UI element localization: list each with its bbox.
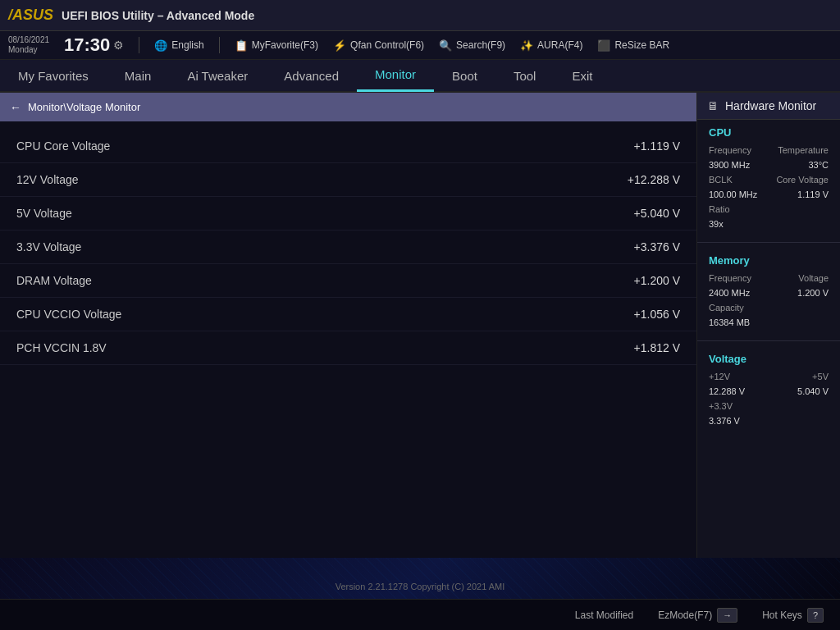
nav-monitor[interactable]: Monitor [357, 59, 434, 92]
mem-capacity-value-row: 16384 MB [709, 317, 829, 327]
mem-capacity-row: Capacity [709, 303, 829, 313]
voltage-row-vccio[interactable]: CPU VCCIO Voltage +1.056 V [0, 298, 696, 331]
cpu-ratio-label: Ratio [709, 204, 730, 214]
cpu-bclk-label: BCLK [709, 175, 733, 185]
5v-voltage-value: +5.040 V [634, 207, 680, 220]
memory-divider [697, 340, 840, 341]
cpu-bclk-value: 100.00 MHz [709, 189, 757, 199]
nav-advanced[interactable]: Advanced [266, 59, 357, 92]
volt-33v-label: +3.3V [709, 401, 733, 411]
cpu-ratio-value-row: 39x [709, 219, 829, 229]
language-selector[interactable]: 🌐 English [154, 39, 203, 52]
nav-main[interactable]: Main [107, 59, 170, 92]
bottom-bar: Last Modified EzMode(F7) → Hot Keys ? [0, 599, 840, 630]
pch-vccin-value: +1.812 V [634, 341, 680, 354]
mem-freq-row: Frequency Voltage [709, 273, 829, 283]
12v-voltage-label: 12V Voltage [16, 173, 79, 186]
volt-5v-value: 5.040 V [797, 386, 829, 396]
separator [139, 37, 139, 53]
volt-12v-label: +12V [709, 372, 730, 381]
volt-33v-value: 3.376 V [709, 416, 740, 426]
favorite-icon: 📋 [235, 39, 248, 52]
datetime: 08/16/2021 Monday [8, 35, 49, 55]
search-icon: 🔍 [439, 39, 452, 52]
cpu-temperature-label: Temperature [778, 145, 829, 155]
cpu-section-title: CPU [709, 126, 829, 139]
top-bar: /ASUS UEFI BIOS Utility – Advanced Mode [0, 0, 840, 31]
second-bar: 08/16/2021 Monday 17:30 ⚙ 🌐 English 📋 My… [0, 31, 840, 60]
memory-section-title: Memory [709, 254, 829, 267]
cpu-frequency-label: Frequency [709, 145, 751, 155]
cpu-core-voltage-value: +1.119 V [634, 139, 680, 153]
ezmode-arrow: → [717, 608, 737, 623]
qfan-label: Qfan Control(F6) [350, 39, 424, 51]
separator2 [219, 37, 220, 53]
33v-voltage-label: 3.3V Voltage [16, 240, 81, 253]
my-favorite-btn[interactable]: 📋 MyFavorite(F3) [235, 39, 318, 52]
nav-bar: My Favorites Main Ai Tweaker Advanced Mo… [0, 60, 840, 93]
cpu-vccio-label: CPU VCCIO Voltage [16, 308, 121, 321]
voltage-row-cpu-core[interactable]: CPU Core Voltage +1.119 V [0, 130, 696, 163]
sidebar-header: 🖥 Hardware Monitor [697, 93, 840, 120]
gear-icon[interactable]: ⚙ [113, 39, 124, 52]
breadcrumb-path: Monitor\Voltage Monitor [28, 101, 140, 113]
cpu-core-voltage-label: CPU Core Voltage [16, 139, 110, 153]
5v-voltage-label: 5V Voltage [16, 207, 72, 220]
language-label: English [171, 39, 203, 51]
memory-section: Memory Frequency Voltage 2400 MHz 1.200 … [697, 248, 840, 336]
cpu-ratio-value: 39x [709, 219, 724, 229]
qfan-btn[interactable]: ⚡ Qfan Control(F6) [333, 39, 424, 52]
cpu-section: CPU Frequency Temperature 3900 MHz 33°C … [697, 120, 840, 237]
monitor-icon: 🖥 [707, 99, 719, 112]
question-mark: ? [807, 608, 824, 623]
nav-my-favorites[interactable]: My Favorites [0, 59, 107, 92]
volt-5v-label: +5V [812, 372, 829, 381]
search-label: Search(F9) [456, 39, 505, 51]
hardware-monitor-sidebar: 🖥 Hardware Monitor CPU Frequency Tempera… [696, 93, 840, 599]
last-modified-item[interactable]: Last Modified [575, 609, 633, 621]
voltage-section: Voltage +12V +5V 12.288 V 5.040 V +3.3V … [697, 346, 840, 434]
sidebar-title: Hardware Monitor [725, 99, 816, 112]
33v-voltage-value: +3.376 V [634, 240, 680, 253]
voltage-list: CPU Core Voltage +1.119 V 12V Voltage +1… [0, 121, 696, 566]
date: 08/16/2021 [8, 35, 49, 45]
cpu-bclk-value-row: 100.00 MHz 1.119 V [709, 189, 829, 199]
fan-icon: ⚡ [333, 39, 346, 52]
hotkeys-item[interactable]: Hot Keys ? [762, 608, 824, 623]
ezmode-label: EzMode(F7) [658, 609, 712, 621]
nav-exit[interactable]: Exit [554, 59, 610, 92]
main-layout: ← Monitor\Voltage Monitor CPU Core Volta… [0, 93, 840, 599]
nav-boot[interactable]: Boot [434, 59, 495, 92]
volt-33v-row: +3.3V [709, 401, 829, 411]
cpu-core-voltage-value: 1.119 V [797, 189, 829, 199]
cpu-ratio-row: Ratio [709, 204, 829, 214]
mem-voltage-value: 1.200 V [797, 288, 829, 298]
dram-voltage-label: DRAM Voltage [16, 274, 92, 287]
last-modified-label: Last Modified [575, 609, 633, 621]
aura-btn[interactable]: ✨ AURA(F4) [520, 39, 582, 52]
cpu-bclk-row: BCLK Core Voltage [709, 175, 829, 185]
nav-tool[interactable]: Tool [495, 59, 555, 92]
nav-ai-tweaker[interactable]: Ai Tweaker [169, 59, 266, 92]
voltage-row-33v[interactable]: 3.3V Voltage +3.376 V [0, 231, 696, 264]
cpu-temperature-value: 33°C [808, 160, 829, 170]
ezmode-item[interactable]: EzMode(F7) → [658, 608, 737, 623]
day: Monday [8, 45, 49, 55]
voltage-row-5v[interactable]: 5V Voltage +5.040 V [0, 197, 696, 231]
hotkeys-label: Hot Keys [762, 609, 802, 621]
cpu-frequency-value: 3900 MHz [709, 160, 750, 170]
cpu-frequency-row: Frequency Temperature [709, 145, 829, 155]
search-btn[interactable]: 🔍 Search(F9) [439, 39, 505, 52]
asus-logo: /ASUS [8, 7, 53, 24]
back-arrow[interactable]: ← [10, 101, 21, 114]
clock: 17:30 ⚙ [64, 34, 124, 56]
voltage-row-pch[interactable]: PCH VCCIN 1.8V +1.812 V [0, 331, 696, 365]
voltage-row-dram[interactable]: DRAM Voltage +1.200 V [0, 264, 696, 298]
bios-title: UEFI BIOS Utility – Advanced Mode [62, 9, 254, 22]
voltage-row-12v[interactable]: 12V Voltage +12.288 V [0, 163, 696, 197]
globe-icon: 🌐 [154, 39, 167, 52]
breadcrumb: ← Monitor\Voltage Monitor [0, 93, 696, 121]
resizebar-btn[interactable]: ⬛ ReSize BAR [597, 39, 669, 52]
resize-label: ReSize BAR [614, 39, 669, 51]
dram-voltage-value: +1.200 V [634, 274, 680, 287]
